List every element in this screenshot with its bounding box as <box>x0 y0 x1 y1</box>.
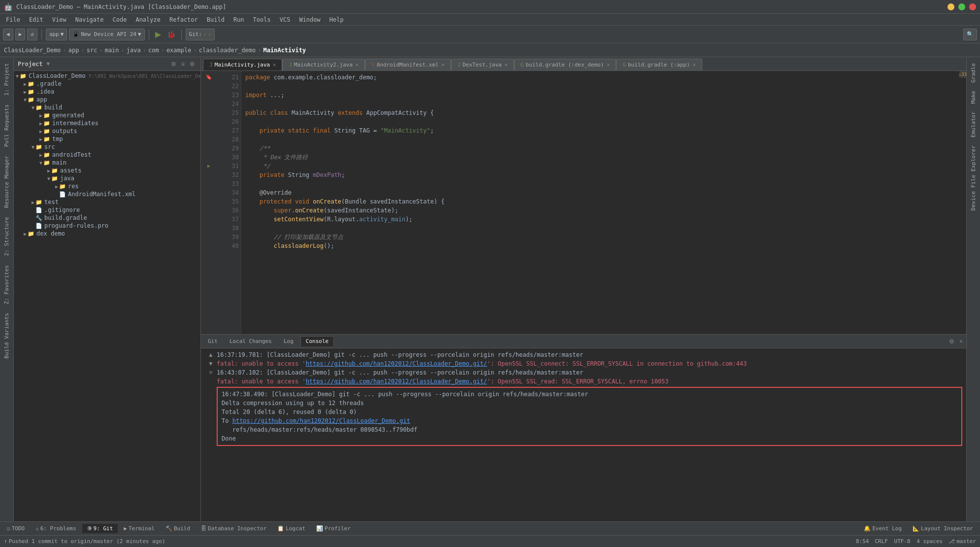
side-tab-favorites[interactable]: Z: Favorites <box>1 261 12 308</box>
bottom-tab-git[interactable]: Git <box>203 337 223 346</box>
tree-item-androidmanifest[interactable]: ▶ 📄 AndroidManifest.xml <box>14 190 200 198</box>
tree-item-build[interactable]: ▼ 📁 build <box>14 103 200 111</box>
tree-item-test[interactable]: ▶ 📁 test <box>14 198 200 206</box>
breadcrumb-java[interactable]: java <box>127 47 141 54</box>
tool-tab-profiler[interactable]: 📊 Profiler <box>311 524 356 533</box>
console-link-3[interactable]: https://github.com/han1202012/ClassLoade… <box>232 417 410 424</box>
console-down-btn[interactable]: ▼ <box>206 360 216 367</box>
editor-tab-gradle-dex[interactable]: G build.gradle (:dex_demo) × <box>514 59 617 70</box>
side-tab-resource-manager[interactable]: Resource Manager <box>1 152 12 212</box>
editor-tab-mainactivity2[interactable]: J MainActivity2.java × <box>282 59 365 70</box>
menu-refactor[interactable]: Refactor <box>165 15 202 24</box>
console-settings-btn[interactable]: ⚙ <box>947 338 956 345</box>
tool-tab-logcat[interactable]: 📋 Logcat <box>272 524 310 533</box>
console-link-1[interactable]: https://github.com/han1202012/ClassLoade… <box>306 360 487 367</box>
menu-vcs[interactable]: VCS <box>276 15 294 24</box>
menu-window[interactable]: Window <box>295 15 324 24</box>
tree-item-app[interactable]: ▼ 📁 app <box>14 96 200 103</box>
utf8-label[interactable]: UTF-8 <box>894 538 911 545</box>
tab-close-mainactivity[interactable]: × <box>273 62 276 68</box>
menu-tools[interactable]: Tools <box>249 15 275 24</box>
side-tab-pull-requests[interactable]: Pull Requests <box>1 101 12 151</box>
tree-item-build-gradle[interactable]: ▶ 🔧 build.gradle <box>14 214 200 222</box>
git-dropdown[interactable]: Git: ✓ ✓ <box>186 29 215 40</box>
console-close-btn[interactable]: × <box>958 338 964 345</box>
tab-close-manifest[interactable]: × <box>442 62 445 68</box>
menu-build[interactable]: Build <box>203 15 229 24</box>
menu-edit[interactable]: Edit <box>25 15 47 24</box>
menu-file[interactable]: File <box>2 15 24 24</box>
breadcrumb-example[interactable]: example <box>166 47 192 54</box>
minimize-button[interactable] <box>947 3 954 10</box>
app-dropdown[interactable]: app ▼ <box>46 29 67 40</box>
breadcrumb-com[interactable]: com <box>148 47 159 54</box>
bottom-tab-local-changes[interactable]: Local Changes <box>225 337 277 346</box>
spaces-label[interactable]: 4 spaces <box>916 538 943 545</box>
menu-code[interactable]: Code <box>109 15 131 24</box>
tree-item-androidtest[interactable]: ▶ 📁 androidTest <box>14 151 200 159</box>
tree-item-gradle-hidden[interactable]: ▶ 📁 .gradle <box>14 80 200 88</box>
device-dropdown[interactable]: 📱 New Device API 24 ▼ <box>69 29 144 40</box>
project-panel-dropdown[interactable]: ▼ <box>47 61 50 67</box>
tab-close-gradle-dex[interactable]: × <box>607 62 610 68</box>
menu-run[interactable]: Run <box>229 15 248 24</box>
editor-tab-manifest[interactable]: X AndroidManifest.xml × <box>365 59 451 70</box>
breadcrumb-mainactivity[interactable]: MainActivity <box>263 47 306 54</box>
menu-help[interactable]: Help <box>326 15 348 24</box>
tree-item-assets[interactable]: ▶ 📁 assets <box>14 167 200 174</box>
crlf-label[interactable]: CRLF <box>875 538 888 545</box>
tree-item-outputs[interactable]: ▶ 📁 outputs <box>14 127 200 135</box>
side-tab-build-variants[interactable]: Build Variants <box>1 309 12 363</box>
tree-item-proguard[interactable]: ▶ 📄 proguard-rules.pro <box>14 222 200 230</box>
tool-tab-problems[interactable]: ⚠ 6: Problems <box>31 524 81 533</box>
right-side-tab-device-explorer[interactable]: Device File Explorer <box>968 141 979 214</box>
maximize-button[interactable] <box>958 3 965 10</box>
tree-item-dex-demo[interactable]: ▶ 📁 dex demo <box>14 230 200 238</box>
right-side-tab-gradle[interactable]: Gradle <box>968 59 979 87</box>
console-up-btn[interactable]: ▲ <box>206 351 216 358</box>
project-gear-btn[interactable]: ⚙ <box>188 60 196 68</box>
project-settings-btn[interactable]: ⚙ <box>169 60 178 68</box>
tool-tab-event-log[interactable]: 🔔 Event Log <box>859 524 907 533</box>
tree-item-gitignore[interactable]: ▶ 📄 .gitignore <box>14 206 200 214</box>
console-link-2[interactable]: https://github.com/han1202012/ClassLoade… <box>306 378 487 385</box>
search-btn[interactable]: 🔍 <box>963 29 977 40</box>
tool-tab-terminal[interactable]: ▶ Terminal <box>119 524 160 533</box>
tree-item-src[interactable]: ▼ 📁 src <box>14 143 200 151</box>
menu-analyze[interactable]: Analyze <box>131 15 164 24</box>
tree-item-tmp[interactable]: ▶ 📁 tmp <box>14 135 200 143</box>
right-side-tab-make[interactable]: Make <box>968 87 979 108</box>
editor-tab-dextest[interactable]: J DexTest.java × <box>451 59 514 70</box>
tool-tab-todo[interactable]: ☑ TODO <box>2 524 30 533</box>
tab-close-dextest[interactable]: × <box>505 62 508 68</box>
editor-tab-mainactivity[interactable]: J MainActivity.java × <box>203 59 282 70</box>
breadcrumb-classloader_demo[interactable]: classloader_demo <box>199 47 256 54</box>
tree-item-java[interactable]: ▼ 📁 java <box>14 174 200 182</box>
project-collapse-btn[interactable]: ≡ <box>180 60 186 68</box>
tree-item-intermediates[interactable]: ▶ 📁 intermediates <box>14 119 200 127</box>
toolbar-forward-btn[interactable]: ▶ <box>15 29 26 40</box>
tree-item-main[interactable]: ▼ 📁 main <box>14 159 200 167</box>
code-content[interactable]: package com.example.classloader_demo; im… <box>241 71 959 334</box>
breadcrumb-project[interactable]: ClassLoader_Demo <box>4 47 61 54</box>
toolbar-refresh-btn[interactable]: ↺ <box>27 29 37 40</box>
side-tab-structure[interactable]: 2: Structure <box>1 213 12 260</box>
breadcrumb-app[interactable]: app <box>68 47 79 54</box>
tree-item-root[interactable]: ▼ 📁 ClassLoader_Demo Y:\002_WorkSpace\00… <box>14 72 200 80</box>
tree-item-generated[interactable]: ▶ 📁 generated <box>14 111 200 119</box>
console-filter-btn[interactable]: ≡ <box>206 369 216 375</box>
menu-view[interactable]: View <box>48 15 70 24</box>
tree-item-idea[interactable]: ▶ 📁 .idea <box>14 88 200 96</box>
right-side-tab-emulator[interactable]: Emulator <box>968 107 979 141</box>
tab-close-mainactivity2[interactable]: × <box>356 62 359 68</box>
tool-tab-layout-inspector[interactable]: 📐 Layout Inspector <box>908 524 978 533</box>
menu-navigate[interactable]: Navigate <box>71 15 108 24</box>
bottom-tab-console[interactable]: Console <box>300 336 334 346</box>
bottom-tab-log[interactable]: Log <box>279 337 298 346</box>
tool-tab-build[interactable]: 🔨 Build <box>161 524 195 533</box>
breadcrumb-src[interactable]: src <box>87 47 98 54</box>
debug-button[interactable]: 🐞 <box>165 31 177 38</box>
tree-item-res[interactable]: ▶ 📁 res <box>14 182 200 190</box>
toolbar-back-btn[interactable]: ◀ <box>3 29 13 40</box>
side-tab-project[interactable]: 1: Project <box>1 59 12 100</box>
